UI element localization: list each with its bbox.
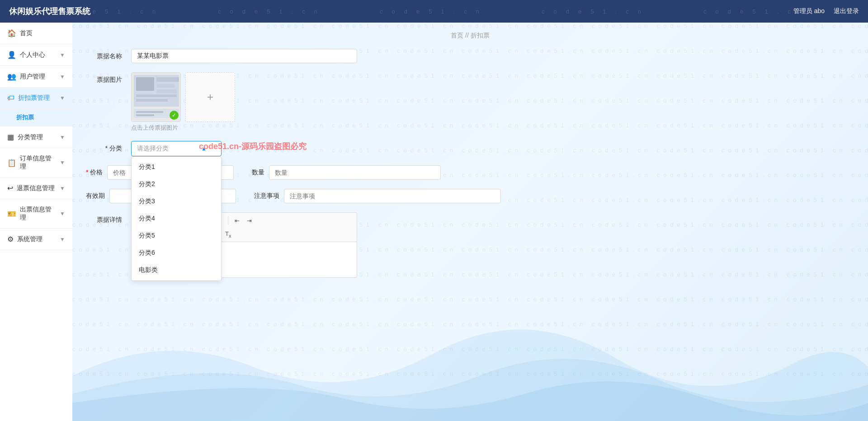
chevron-down-icon-7: ▼ [60,210,65,217]
sidebar-label-ticket-mgmt: 出票信息管理 [20,206,56,222]
image-add-button[interactable]: + [185,72,235,122]
category-option-6[interactable]: 分类6 [132,244,221,262]
category-option-2[interactable]: 分类2 [132,176,221,193]
sidebar-item-home[interactable]: 🏠 首页 [0,23,72,44]
ticket-icon: 🎫 [7,210,16,218]
sidebar-item-refund-mgmt[interactable]: ↩ 退票信息管理 ▼ [0,178,72,199]
sidebar-label-refund-mgmt: 退票信息管理 [17,184,55,192]
sidebar-label-personal: 个人中心 [20,51,45,59]
wave-decoration [72,285,868,421]
logout-button[interactable]: 退出登录 [834,7,859,15]
sidebar-label-user-mgmt: 用户管理 [20,73,45,81]
chevron-down-icon-3: ▼ [60,95,65,101]
sidebar-label-discount-mgmt: 折扣票管理 [18,94,50,102]
admin-label: 管理员 abo [793,7,825,15]
clipboard-icon: 📋 [7,159,16,167]
sidebar-item-user-mgmt[interactable]: 👥 用户管理 ▼ [0,66,72,88]
chevron-down-icon-4: ▼ [60,134,65,140]
category-option-3[interactable]: 分类3 [132,193,221,210]
breadcrumb-current: 折扣票 [471,32,490,39]
ticket-name-row: 票据名称 [86,49,854,63]
sidebar-item-category-mgmt[interactable]: ▦ 分类管理 ▼ [0,126,72,148]
sidebar-sublabel-discount-ticket: 折扣票 [16,114,34,121]
personal-icon: 👤 [7,51,16,59]
category-arrow-icon: ▲ [201,145,207,152]
chevron-down-icon-2: ▼ [60,74,65,80]
category-option-1[interactable]: 分类1 [132,159,221,176]
category-placeholder: 请选择分类 [137,145,169,153]
notice-label: 注意事项 [254,192,279,200]
category-select[interactable]: 请选择分类 ▲ [131,141,222,156]
validity-label: 有效期 [86,192,105,200]
tag-icon: 🏷 [7,94,14,102]
svg-rect-6 [136,94,177,97]
category-dropdown: 分类1 分类2 分类3 分类4 分类5 分类6 电影类 [131,156,222,281]
detail-label: 票据详情 [86,212,122,224]
breadcrumb: 首页 // 折扣票 [86,32,854,40]
category-option-5[interactable]: 分类5 [132,227,221,244]
ticket-name-input[interactable] [131,49,357,63]
header-right: 管理员 abo 退出登录 [793,7,859,15]
sidebar-subitem-discount-ticket[interactable]: 折扣票 [0,109,72,126]
chevron-down-icon-6: ▼ [60,185,65,192]
category-option-4[interactable]: 分类4 [132,210,221,227]
gear-icon: ⚙ [7,235,14,243]
sidebar-item-order-mgmt[interactable]: 📋 订单信息管理 ▼ [0,148,72,178]
sidebar-label-system-mgmt: 系统管理 [17,235,42,243]
layout: 🏠 首页 👤 个人中心 ▼ 👥 用户管理 ▼ 🏷 折扣票管理 ▼ 折扣票 ▦ 分… [0,23,868,421]
sidebar-item-discount-mgmt[interactable]: 🏷 折扣票管理 ▼ [0,88,72,109]
sidebar-label-category-mgmt: 分类管理 [18,133,43,141]
sidebar-item-system-mgmt[interactable]: ⚙ 系统管理 ▼ [0,229,72,250]
form-section: 票据名称 票据图片 [86,49,854,278]
svg-rect-3 [156,77,179,82]
category-label: * 分类 [86,141,122,153]
upload-hint: 点击上传票据图片 [131,124,235,132]
svg-rect-10 [136,114,154,116]
sidebar-item-personal[interactable]: 👤 个人中心 ▼ [0,44,72,66]
sidebar-item-ticket-mgmt[interactable]: 🎫 出票信息管理 ▼ [0,199,72,229]
header-watermark: code51.cn code51.cn code51.cn code51.cn … [56,8,812,15]
clear-format-button[interactable]: Tx [222,229,234,239]
breadcrumb-separator: // [465,32,471,39]
image-area: ✓ + 点击上传票据图片 [131,72,235,132]
app-title: 休闲娱乐代理售票系统 [9,6,90,17]
category-option-movie[interactable]: 电影类 [132,262,221,279]
svg-rect-7 [136,99,168,102]
main-content: code51.cn code51.cn code51.cn code51.cn … [72,23,868,421]
svg-rect-5 [156,89,177,93]
image-check-badge: ✓ [170,111,179,120]
ticket-name-label: 票据名称 [86,49,122,61]
chevron-down-icon-8: ▼ [60,236,65,243]
image-thumb-1[interactable]: ✓ [131,72,181,122]
header: 休闲娱乐代理售票系统 code51.cn code51.cn code51.cn… [0,0,868,23]
price-label: 价格 [86,168,103,177]
category-select-wrapper: 请选择分类 ▲ 分类1 分类2 分类3 分类4 分类5 [131,141,222,156]
toolbar-divider-3 [228,216,228,225]
category-row: * 分类 请选择分类 ▲ 分类1 分类2 分类3 分类4 [86,141,854,156]
home-icon: 🏠 [7,29,16,37]
plus-icon: + [207,91,213,103]
chevron-down-icon-5: ▼ [60,159,65,166]
svg-rect-2 [136,77,154,91]
image-label: 票据图片 [86,72,122,84]
svg-rect-9 [136,111,163,113]
grid-icon: ▦ [7,133,14,141]
notice-input[interactable] [284,189,501,203]
svg-rect-4 [156,84,175,88]
users-icon: 👥 [7,72,16,81]
sidebar: 🏠 首页 👤 个人中心 ▼ 👥 用户管理 ▼ 🏷 折扣票管理 ▼ 折扣票 ▦ 分… [0,23,72,421]
chevron-down-icon: ▼ [60,52,65,58]
breadcrumb-home[interactable]: 首页 [451,32,463,39]
sidebar-label-home: 首页 [20,29,33,37]
qty-label: 数量 [252,168,264,177]
qty-input[interactable] [269,165,441,180]
content-area: 首页 // 折扣票 票据名称 票据图片 [72,23,868,296]
indent-right-button[interactable]: ⇥ [244,216,255,225]
sidebar-label-order-mgmt: 订单信息管理 [20,154,56,171]
image-upload-row: 票据图片 [86,72,854,132]
indent-left-button[interactable]: ⇤ [232,216,242,225]
refund-icon: ↩ [7,184,13,192]
